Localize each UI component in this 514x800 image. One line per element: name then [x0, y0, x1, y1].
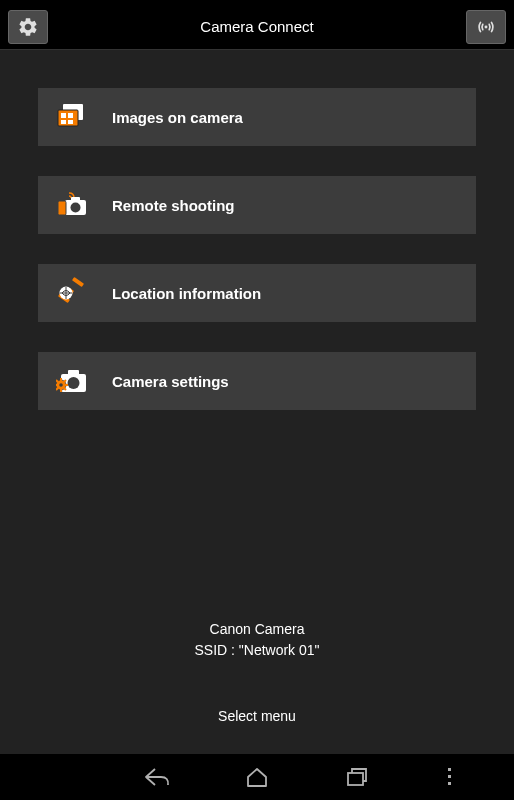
svg-rect-3	[61, 113, 66, 118]
settings-button[interactable]	[8, 10, 48, 44]
camera-settings-icon	[56, 365, 88, 397]
menu-label: Camera settings	[112, 373, 229, 390]
svg-point-19	[68, 377, 80, 389]
svg-rect-4	[68, 113, 73, 118]
svg-rect-22	[60, 378, 62, 381]
svg-point-0	[485, 25, 488, 28]
android-nav-bar	[0, 754, 514, 800]
main-content: Images on camera Remote shooting	[0, 50, 514, 410]
svg-point-9	[71, 203, 81, 213]
svg-rect-30	[348, 773, 363, 785]
home-button[interactable]	[237, 757, 277, 797]
kebab-icon	[447, 767, 453, 787]
app-header: Camera Connect	[0, 4, 514, 50]
menu-images-on-camera[interactable]: Images on camera	[38, 88, 476, 146]
menu-camera-settings[interactable]: Camera settings	[38, 352, 476, 410]
connection-button[interactable]	[466, 10, 506, 44]
svg-rect-33	[448, 782, 451, 785]
images-icon	[56, 101, 88, 133]
menu-label: Location information	[112, 285, 261, 302]
location-icon	[56, 277, 88, 309]
home-icon	[245, 766, 269, 788]
menu-overflow-button[interactable]	[435, 757, 465, 797]
svg-rect-11	[72, 277, 84, 287]
menu-label: Remote shooting	[112, 197, 235, 214]
svg-point-21	[59, 383, 63, 387]
device-name: Canon Camera	[0, 619, 514, 639]
remote-icon	[56, 189, 88, 221]
menu-label: Images on camera	[112, 109, 243, 126]
svg-rect-18	[68, 370, 79, 375]
select-prompt: Select menu	[0, 708, 514, 724]
back-button[interactable]	[137, 757, 177, 797]
svg-rect-32	[448, 775, 451, 778]
ssid-label: SSID : "Network 01"	[0, 640, 514, 660]
connection-status: Canon Camera SSID : "Network 01"	[0, 619, 514, 660]
svg-rect-6	[68, 120, 73, 124]
svg-rect-10	[58, 201, 66, 215]
svg-rect-25	[65, 384, 68, 386]
app-title: Camera Connect	[200, 18, 313, 35]
gear-icon	[17, 16, 39, 38]
recents-button[interactable]	[337, 757, 377, 797]
svg-rect-5	[61, 120, 66, 124]
svg-rect-31	[448, 768, 451, 771]
svg-rect-24	[56, 384, 57, 386]
menu-remote-shooting[interactable]: Remote shooting	[38, 176, 476, 234]
recents-icon	[345, 766, 369, 788]
svg-rect-8	[71, 197, 80, 201]
antenna-icon	[475, 16, 497, 38]
menu-location-information[interactable]: Location information	[38, 264, 476, 322]
back-icon	[143, 766, 171, 788]
svg-rect-23	[60, 389, 62, 392]
